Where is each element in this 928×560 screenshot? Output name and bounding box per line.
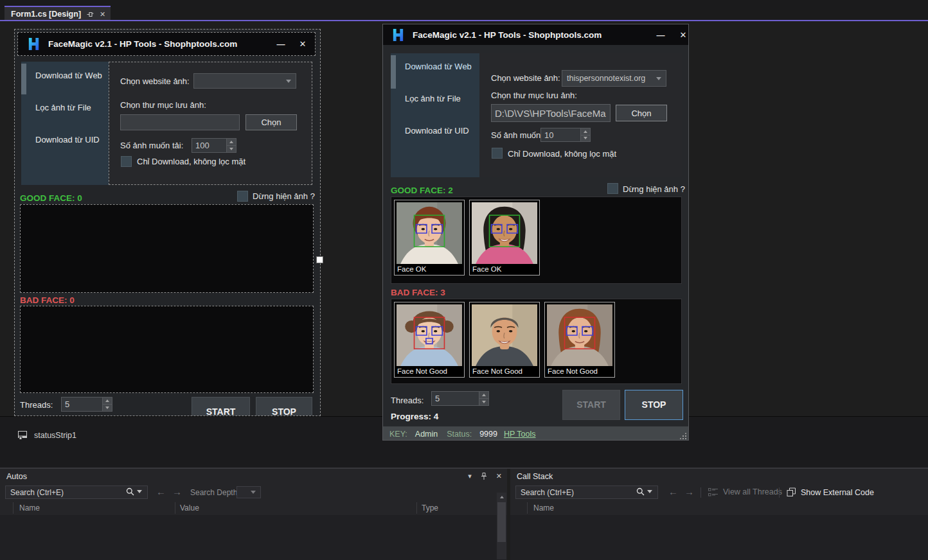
face-photo bbox=[397, 304, 462, 366]
stop-button[interactable]: STOP bbox=[625, 390, 683, 420]
threads-stepper[interactable] bbox=[431, 391, 489, 406]
tab-download-tu-web[interactable]: Download từ Web bbox=[35, 71, 102, 80]
view-all-threads-button[interactable]: View all Threads bbox=[708, 487, 782, 496]
tab-form1-design[interactable]: Form1.cs [Design] ✕ bbox=[4, 6, 111, 21]
column-name[interactable]: Name bbox=[533, 503, 554, 512]
autos-panel-titlebar[interactable]: Autos ▾ ✕ bbox=[0, 469, 507, 484]
website-combobox[interactable] bbox=[193, 73, 296, 89]
search-icon[interactable] bbox=[126, 487, 134, 496]
download-only-checkbox[interactable] bbox=[492, 148, 503, 159]
stop-show-label: Dừng hiện ảnh ? bbox=[253, 191, 315, 201]
face-result-label: Face OK bbox=[472, 264, 537, 273]
folder-input[interactable] bbox=[491, 104, 611, 122]
tab-download-tu-uid[interactable]: Download từ UID bbox=[35, 135, 100, 144]
spin-down-icon[interactable] bbox=[581, 135, 590, 142]
column-name[interactable]: Name bbox=[19, 503, 40, 512]
app-titlebar[interactable]: FaceMagic v2.1 - HP Tools - Shophptools.… bbox=[383, 24, 689, 45]
close-button[interactable]: ✕ bbox=[290, 39, 315, 49]
threads-stepper[interactable] bbox=[61, 397, 112, 412]
stop-show-checkbox[interactable] bbox=[607, 183, 618, 194]
view-all-threads-label: View all Threads bbox=[723, 487, 782, 496]
back-arrow-icon[interactable]: ← bbox=[156, 487, 166, 496]
spin-up-icon[interactable] bbox=[227, 139, 236, 145]
choose-folder-button[interactable]: Chọn bbox=[245, 114, 297, 130]
minimize-button[interactable]: — bbox=[271, 39, 290, 49]
good-face-panel: Face OKFace OK bbox=[391, 197, 682, 284]
resize-grip[interactable] bbox=[679, 432, 686, 439]
spin-up-icon[interactable] bbox=[479, 392, 488, 398]
threads-stepper-input[interactable] bbox=[432, 392, 479, 405]
search-options-caret-icon[interactable] bbox=[647, 490, 652, 493]
mode-tab-list: Download từ Web Lọc ảnh từ File Download… bbox=[21, 62, 109, 185]
face-photo bbox=[472, 304, 537, 366]
pin-icon[interactable] bbox=[481, 473, 487, 480]
search-options-caret-icon[interactable] bbox=[137, 490, 142, 493]
face-tile: Face OK bbox=[469, 200, 540, 276]
tab-download-tu-uid[interactable]: Download từ UID bbox=[405, 126, 469, 136]
count-stepper-input[interactable] bbox=[192, 139, 226, 152]
statusstrip-component[interactable]: statusStrip1 bbox=[18, 431, 76, 440]
forward-arrow-icon[interactable]: → bbox=[172, 487, 182, 496]
stop-show-checkbox[interactable] bbox=[237, 191, 248, 202]
face-photo bbox=[547, 304, 612, 366]
download-only-checkbox[interactable] bbox=[121, 156, 132, 167]
threads-label: Threads: bbox=[391, 396, 424, 405]
close-button[interactable]: ✕ bbox=[670, 30, 689, 40]
callstack-panel-titlebar[interactable]: Call Stack bbox=[510, 469, 928, 484]
choose-folder-button[interactable]: Chọn bbox=[616, 105, 667, 121]
app-status-strip: KEY: Admin Status: 9999 HP Tools bbox=[383, 426, 688, 441]
tab-download-tu-web[interactable]: Download từ Web bbox=[405, 62, 472, 71]
visual-studio-window: Form1.cs [Design] ✕ FaceMagic v2.1 - HP … bbox=[0, 0, 928, 560]
back-arrow-icon[interactable]: ← bbox=[668, 487, 678, 496]
spin-up-icon[interactable] bbox=[581, 128, 590, 135]
search-icon[interactable] bbox=[636, 487, 645, 496]
folder-input[interactable] bbox=[120, 114, 240, 130]
spin-down-icon[interactable] bbox=[103, 404, 112, 411]
spin-down-icon[interactable] bbox=[479, 398, 488, 405]
selected-tab-indicator bbox=[21, 64, 26, 94]
column-type[interactable]: Type bbox=[422, 503, 438, 512]
count-stepper[interactable] bbox=[192, 138, 236, 153]
face-result-label: Face Not Good bbox=[397, 366, 462, 375]
count-stepper[interactable] bbox=[540, 128, 591, 142]
designer-form-titlebar[interactable]: FaceMagic v2.1 - HP Tools - Shophptools.… bbox=[17, 32, 316, 56]
column-value[interactable]: Value bbox=[180, 503, 199, 512]
bottom-tool-area: Autos ▾ ✕ ← → Search Depth: bbox=[0, 468, 928, 560]
forward-arrow-icon[interactable]: → bbox=[684, 487, 694, 496]
count-stepper-input[interactable] bbox=[541, 128, 580, 141]
status-value: 9999 bbox=[479, 430, 497, 439]
hp-tools-link[interactable]: HP Tools bbox=[504, 430, 536, 439]
spin-up-icon[interactable] bbox=[103, 398, 112, 404]
stop-button[interactable]: STOP bbox=[256, 397, 312, 416]
show-external-code-button[interactable]: Show External Code bbox=[787, 487, 874, 497]
stop-show-label: Dừng hiện ảnh ? bbox=[623, 184, 685, 194]
designer-form-window: FaceMagic v2.1 - HP Tools - Shophptools.… bbox=[14, 29, 321, 416]
external-code-icon bbox=[787, 487, 796, 497]
search-depth-label: Search Depth: bbox=[190, 488, 240, 497]
designer-resize-handle[interactable] bbox=[316, 256, 323, 263]
tab-loc-anh-tu-file[interactable]: Lọc ảnh từ File bbox=[35, 103, 91, 112]
pin-icon[interactable] bbox=[87, 11, 94, 18]
threads-label: Threads: bbox=[20, 400, 53, 410]
bad-face-count-label: BAD FACE: 3 bbox=[391, 288, 445, 297]
show-external-code-label: Show External Code bbox=[801, 488, 874, 497]
close-icon[interactable]: ✕ bbox=[100, 10, 105, 19]
scroll-up-icon[interactable] bbox=[497, 493, 506, 502]
window-position-icon[interactable]: ▾ bbox=[468, 472, 472, 480]
tab-loc-anh-tu-file[interactable]: Lọc ảnh từ File bbox=[405, 94, 461, 103]
website-combobox[interactable]: thispersonnotexist.org bbox=[562, 70, 666, 87]
face-tile: Face Not Good bbox=[544, 302, 615, 378]
minimize-button[interactable]: — bbox=[651, 30, 670, 40]
threads-stepper-input[interactable] bbox=[62, 398, 102, 411]
good-face-panel bbox=[20, 204, 314, 293]
face-tile: Face OK bbox=[394, 200, 465, 276]
key-value: Admin bbox=[415, 430, 438, 439]
download-only-label: Chỉ Download, không lọc mặt bbox=[137, 157, 245, 166]
close-icon[interactable]: ✕ bbox=[496, 472, 502, 480]
search-depth-combobox[interactable] bbox=[236, 486, 261, 498]
start-button[interactable]: START bbox=[192, 397, 250, 416]
scrollbar-thumb[interactable] bbox=[497, 502, 506, 542]
start-button[interactable]: START bbox=[562, 390, 620, 420]
vertical-scrollbar[interactable] bbox=[497, 493, 506, 559]
spin-down-icon[interactable] bbox=[227, 145, 236, 152]
